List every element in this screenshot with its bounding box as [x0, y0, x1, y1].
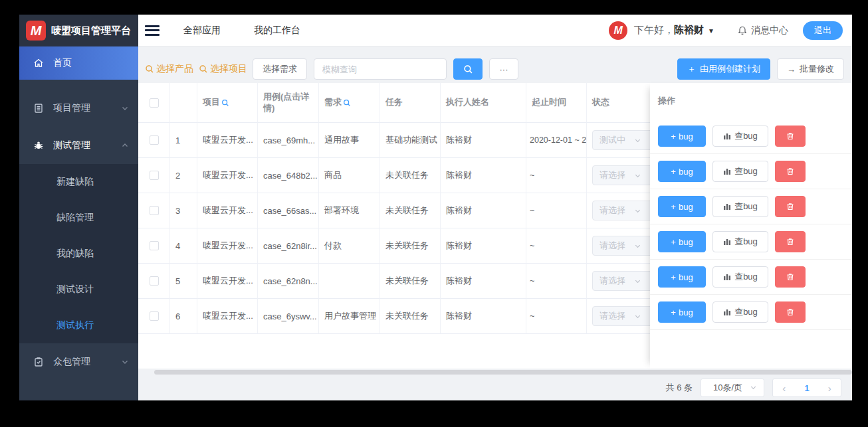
- col-executor: 执行人姓名: [441, 83, 526, 123]
- row-checkbox[interactable]: [150, 135, 159, 145]
- delete-button[interactable]: [775, 231, 806, 252]
- case-link[interactable]: case_648b2...: [258, 158, 319, 193]
- avatar[interactable]: M: [609, 21, 627, 40]
- add-bug-button[interactable]: +bug: [658, 231, 706, 252]
- batch-edit-button[interactable]: → 批量修改: [777, 58, 844, 80]
- row-checkbox[interactable]: [150, 311, 159, 321]
- search-icon: [463, 64, 473, 74]
- page-size-select[interactable]: 10条/页: [701, 379, 764, 397]
- sidebar: M 唛盟项目管理平台 首页 项目管理: [19, 15, 138, 400]
- bar-chart-icon: [723, 167, 731, 175]
- user-greeting[interactable]: 下午好，陈裕财▼: [634, 24, 714, 37]
- bar-chart-icon: [723, 308, 731, 316]
- select-product-label: 选择产品: [156, 63, 193, 75]
- sidebar-item-crowd-mgmt[interactable]: 众包管理: [19, 343, 138, 381]
- actions-row: +bug 查bug: [650, 119, 852, 154]
- chevron-down-icon: [121, 358, 129, 366]
- more-filters-button[interactable]: ···: [489, 58, 518, 80]
- add-bug-button[interactable]: +bug: [658, 301, 706, 323]
- message-center-label: 消息中心: [751, 25, 788, 37]
- add-bug-button[interactable]: +bug: [658, 266, 706, 288]
- select-product-link[interactable]: 选择产品: [145, 63, 193, 75]
- bar-chart-icon: [723, 203, 731, 211]
- col-status: 状态: [587, 83, 660, 123]
- status-select: 测试中: [592, 130, 654, 150]
- delete-button[interactable]: [775, 266, 806, 288]
- actions-row: +bug 查bug: [650, 260, 852, 295]
- case-link[interactable]: case_66sas...: [258, 193, 319, 228]
- create-plan-button[interactable]: ＋ 由用例创建计划: [677, 58, 770, 80]
- app-window: M 唛盟项目管理平台 首页 项目管理: [19, 15, 852, 400]
- status-select: 请选择: [592, 306, 654, 326]
- message-center[interactable]: 消息中心: [737, 25, 788, 37]
- sidebar-item-project-mgmt[interactable]: 项目管理: [19, 90, 138, 127]
- chevron-down-icon: [634, 172, 641, 179]
- select-demand-button[interactable]: 选择需求: [253, 58, 307, 80]
- row-checkbox[interactable]: [150, 206, 159, 215]
- sidebar-item-test-execution[interactable]: 测试执行: [19, 307, 138, 343]
- sidebar-item-my-defects[interactable]: 我的缺陷: [19, 236, 138, 272]
- prev-page-button[interactable]: ‹: [782, 383, 786, 393]
- sidebar-item-test-design[interactable]: 测试设计: [19, 272, 138, 307]
- scrollbar-thumb[interactable]: [154, 370, 852, 375]
- col-case: 用例(点击详情): [258, 83, 319, 123]
- case-link[interactable]: case_6yswv...: [258, 299, 319, 334]
- select-project-link[interactable]: 选择项目: [199, 63, 247, 75]
- delete-button[interactable]: [775, 196, 806, 217]
- search-icon: [145, 64, 154, 74]
- sidebar-item-new-defect[interactable]: 新建缺陷: [19, 164, 138, 200]
- chevron-down-icon: [750, 384, 757, 391]
- bar-chart-icon: [723, 132, 731, 140]
- sidebar-item-home[interactable]: 首页: [19, 46, 138, 80]
- next-page-button[interactable]: ›: [828, 383, 831, 393]
- status-select: 请选择: [592, 236, 654, 256]
- case-link[interactable]: case_62n8n...: [258, 264, 319, 299]
- row-checkbox[interactable]: [150, 171, 159, 180]
- plus-icon: +: [671, 202, 676, 212]
- fuzzy-search-input[interactable]: [314, 58, 447, 80]
- chevron-down-icon: [634, 313, 641, 320]
- case-link[interactable]: case_69mh...: [258, 123, 319, 158]
- sidebar-item-label: 测试管理: [53, 139, 121, 151]
- tab-all-apps[interactable]: 全部应用: [183, 25, 221, 37]
- chevron-down-icon: [634, 242, 641, 250]
- bug-icon: [33, 140, 44, 151]
- bar-chart-icon: [723, 273, 731, 281]
- delete-button[interactable]: [775, 126, 806, 147]
- plus-icon: +: [671, 237, 676, 247]
- bar-chart-icon: [723, 238, 731, 246]
- col-task: 任务: [380, 83, 441, 123]
- add-bug-button[interactable]: +bug: [658, 126, 706, 147]
- view-bug-button[interactable]: 查bug: [712, 231, 768, 252]
- current-page[interactable]: 1: [804, 383, 809, 393]
- search-button[interactable]: [453, 58, 483, 80]
- hamburger-menu-icon[interactable]: [145, 25, 160, 36]
- add-bug-button[interactable]: +bug: [658, 196, 706, 217]
- view-bug-button[interactable]: 查bug: [712, 196, 768, 217]
- search-icon[interactable]: [221, 99, 229, 107]
- username: 陈裕财: [674, 24, 704, 35]
- row-checkbox[interactable]: [150, 276, 159, 286]
- sidebar-item-defect-mgmt[interactable]: 缺陷管理: [19, 200, 138, 236]
- view-bug-button[interactable]: 查bug: [712, 301, 768, 323]
- select-all-checkbox[interactable]: [150, 98, 159, 108]
- delete-button[interactable]: [775, 301, 806, 323]
- status-select: 请选择: [592, 165, 654, 185]
- view-bug-button[interactable]: 查bug: [712, 161, 768, 182]
- test-mgmt-submenu: 新建缺陷 缺陷管理 我的缺陷 测试设计 测试执行: [19, 164, 138, 343]
- sidebar-item-test-mgmt[interactable]: 测试管理: [19, 127, 138, 164]
- view-bug-button[interactable]: 查bug: [712, 126, 768, 147]
- tab-my-workbench[interactable]: 我的工作台: [254, 25, 300, 37]
- trash-icon: [786, 272, 795, 282]
- add-bug-button[interactable]: +bug: [658, 161, 706, 182]
- test-plan-table: 项目 用例(点击详情) 需求 任务 执行人姓名 起止时间 状态 1 唛盟云开发.…: [138, 83, 852, 369]
- row-checkbox[interactable]: [150, 241, 159, 250]
- search-icon[interactable]: [343, 99, 351, 107]
- batch-edit-label: 批量修改: [800, 63, 834, 75]
- sidebar-item-partial[interactable]: [19, 398, 138, 400]
- view-bug-button[interactable]: 查bug: [712, 266, 768, 288]
- case-link[interactable]: case_62n8ir...: [258, 228, 319, 264]
- logout-button[interactable]: 退出: [803, 21, 843, 40]
- trash-icon: [786, 307, 795, 317]
- delete-button[interactable]: [775, 161, 806, 182]
